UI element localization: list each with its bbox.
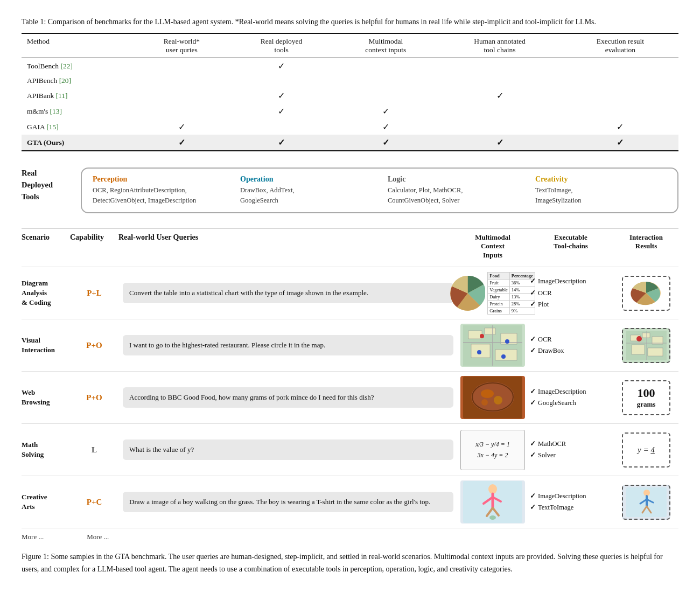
tool-chain-item: OCR (530, 334, 614, 345)
tool-category: LogicCalculator, Plot, MathOCR,CountGive… (388, 175, 519, 206)
table-check-cell: ✓ (229, 135, 334, 151)
tool-category-desc: DrawBox, AddText,GoogleSearch (240, 185, 372, 206)
query-box: Convert the table into a statistical cha… (123, 283, 453, 303)
svg-rect-7 (495, 350, 517, 360)
table-method-cell: m&m's [13] (22, 103, 135, 119)
table-check-cell: ✓ (229, 58, 334, 74)
query-box: I want to go to the highest-rated restau… (123, 335, 453, 355)
table-check-cell (437, 119, 562, 135)
svg-rect-16 (642, 333, 650, 338)
tool-category-desc: Calculator, Plot, MathOCR,CountGivenObje… (388, 185, 519, 206)
result-pie-img (622, 276, 670, 311)
table-check-cell (135, 88, 229, 103)
scenario-name: CreativeArts (22, 492, 70, 512)
table-check-cell: ✓ (334, 135, 437, 151)
tool-chain-item: ImageDescription (530, 491, 614, 502)
tool-chain-item: TextToImage (530, 502, 614, 513)
tool-chain-item: MathOCR (530, 438, 614, 450)
svg-point-12 (477, 350, 481, 354)
table-row: WebBrowsingP+OAccording to BBC Good Food… (22, 371, 678, 423)
table-check-cell (562, 74, 678, 88)
context-image (460, 324, 525, 367)
svg-point-27 (481, 399, 488, 406)
tool-chain-item: Plot (530, 299, 614, 310)
tool-category: CreativityTextToImage,ImageStylization (535, 175, 667, 206)
tool-chains: OCRDrawBox (528, 334, 614, 357)
header-capability: Capability (70, 233, 118, 261)
table-method-cell: ToolBench [22] (22, 58, 135, 74)
svg-point-36 (489, 515, 496, 520)
interaction-result (614, 485, 678, 520)
scenario-table-header: Scenario Capability Real-world User Quer… (22, 228, 678, 265)
table-check-cell (437, 58, 562, 74)
svg-point-24 (471, 382, 514, 412)
query-box: According to BBC Good Food, how many gra… (123, 387, 453, 408)
figure-caption: Figure 1: Some samples in the GTA benchm… (22, 551, 678, 575)
table-check-cell (135, 74, 229, 88)
tool-chain-item: OCR (530, 288, 614, 299)
result-100g: 100 grams (622, 380, 670, 415)
tool-chains: ImageDescriptionGoogleSearch (528, 386, 614, 409)
scenario-rows: DiagramAnalysis& CodingP+LConvert the ta… (22, 267, 678, 528)
table-row: VisualInteractionP+OI want to go to the … (22, 319, 678, 371)
col-mc: Multimodalcontext inputs (334, 33, 437, 58)
table-check-cell: ✓ (135, 119, 229, 135)
tool-chain-item: ImageDescription (530, 386, 614, 397)
capability-badge: P+O (70, 341, 118, 350)
table-check-cell: ✓ (562, 119, 678, 135)
capability-badge: P+O (70, 393, 118, 402)
scenario-name: MathSolving (22, 440, 70, 459)
tool-category-desc: TextToImage,ImageStylization (535, 185, 667, 206)
tool-category-title: Creativity (535, 175, 667, 184)
col-ere: Execution resultevaluation (562, 33, 678, 58)
table-check-cell: ✓ (437, 88, 562, 103)
table-check-cell: ✓ (334, 119, 437, 135)
svg-point-26 (494, 396, 502, 404)
table-check-cell: ✓ (437, 135, 562, 151)
svg-rect-18 (632, 345, 645, 354)
capability-badge: L (70, 445, 118, 455)
table-row: CreativeArtsP+CDraw a image of a boy wal… (22, 476, 678, 528)
result-y4: y = 4 (622, 432, 670, 468)
table-check-cell (562, 88, 678, 103)
header-context: MultimodalContextInputs (458, 233, 528, 261)
table-check-cell: ✓ (334, 103, 437, 119)
tool-category-title: Operation (240, 175, 372, 184)
table-check-cell (562, 58, 678, 74)
table-check-cell: ✓ (229, 88, 334, 103)
tools-section: RealDeployedTools PerceptionOCR, RegionA… (22, 168, 678, 213)
table-check-cell (562, 103, 678, 119)
tool-chain-item: ImageDescription (530, 276, 614, 287)
header-scenario: Scenario (22, 233, 70, 261)
query-box: What is the value of y? (123, 439, 453, 460)
table-check-cell: ✓ (135, 135, 229, 151)
scenario-name: WebBrowsing (22, 388, 70, 407)
table-check-cell: ✓ (229, 103, 334, 119)
interaction-result: 100 grams (614, 380, 678, 415)
svg-rect-3 (468, 331, 482, 339)
svg-point-30 (488, 484, 497, 494)
table-method-cell: GAIA [15] (22, 119, 135, 135)
header-toolchains: ExecutableTool-chains (528, 233, 614, 261)
tool-category-title: Logic (388, 175, 519, 184)
tool-category: OperationDrawBox, AddText,GoogleSearch (240, 175, 372, 206)
tools-label: RealDeployedTools (22, 168, 70, 203)
table-row: DiagramAnalysis& CodingP+LConvert the ta… (22, 267, 678, 319)
tool-chain-item: Solver (530, 450, 614, 461)
tool-category-title: Perception (93, 175, 224, 184)
scenario-name: VisualInteraction (22, 336, 70, 355)
table-check-cell (229, 119, 334, 135)
tool-chains: MathOCRSolver (528, 438, 614, 462)
context-image: x/3 − y/4 = 1 3x − 4y = 2 (460, 428, 525, 471)
result-runner (622, 485, 670, 520)
query-box: Draw a image of a boy walking on the gra… (123, 492, 453, 512)
more-scenario: More ... (22, 533, 44, 541)
col-rw: Real-world*user quries (135, 33, 229, 58)
tools-box: PerceptionOCR, RegionAttributeDescriptio… (81, 168, 678, 213)
table-check-cell (334, 74, 437, 88)
table-check-cell (334, 88, 437, 103)
svg-rect-4 (485, 328, 495, 334)
table-method-cell: APIBench [20] (22, 74, 135, 88)
context-image (460, 376, 525, 419)
col-hatc: Human annotatedtool chains (437, 33, 562, 58)
